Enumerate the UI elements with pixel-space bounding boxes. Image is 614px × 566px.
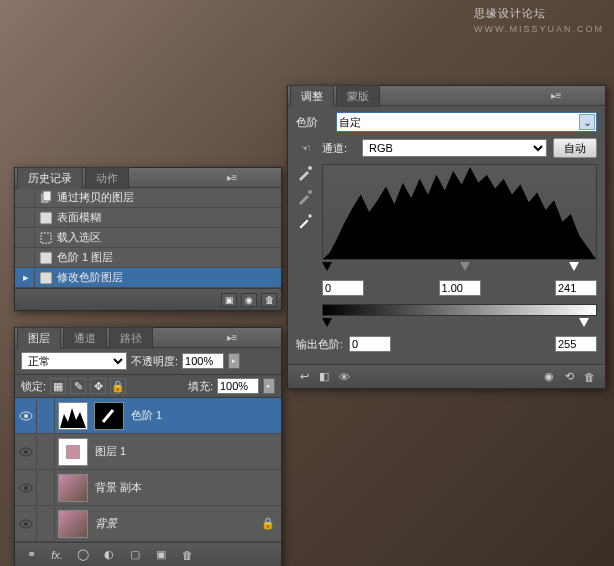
lock-pixels-icon[interactable]: ✎: [70, 378, 86, 394]
adjustment-thumb[interactable]: [58, 402, 88, 430]
opacity-input[interactable]: [182, 353, 224, 369]
mask-thumb[interactable]: [94, 402, 124, 430]
tab-actions[interactable]: 动作: [85, 167, 129, 189]
history-item[interactable]: 色阶 1 图层: [15, 248, 281, 268]
output-black-field[interactable]: [349, 336, 391, 352]
tab-adjustments[interactable]: 调整: [290, 85, 334, 107]
output-label: 输出色阶:: [296, 337, 343, 352]
trash-icon[interactable]: 🗑: [261, 293, 277, 307]
history-state-toggle[interactable]: ▸: [17, 269, 35, 287]
eyedropper-gray-icon[interactable]: [296, 188, 314, 206]
view-previous-icon[interactable]: 👁: [334, 368, 354, 386]
preset-select[interactable]: 自定 ⌄: [336, 112, 597, 132]
adjustment-layer-icon[interactable]: ◐: [99, 546, 119, 564]
return-icon[interactable]: ↩: [294, 368, 314, 386]
history-item[interactable]: 通过拷贝的图层: [15, 188, 281, 208]
layer-name[interactable]: 背景 副本: [91, 480, 281, 495]
output-black-handle[interactable]: [322, 318, 332, 327]
fx-icon[interactable]: fx.: [47, 546, 67, 564]
group-icon[interactable]: ▢: [125, 546, 145, 564]
tab-masks[interactable]: 蒙版: [336, 85, 380, 107]
reset-icon[interactable]: ⟲: [559, 368, 579, 386]
target-adjust-icon[interactable]: ☜: [296, 140, 316, 156]
history-state-toggle[interactable]: [17, 249, 35, 267]
svg-rect-3: [41, 233, 51, 243]
fill-input[interactable]: [217, 378, 259, 394]
history-item[interactable]: 载入选区: [15, 228, 281, 248]
opacity-slider-icon[interactable]: ▸: [228, 353, 240, 369]
lock-all-icon[interactable]: 🔒: [110, 378, 126, 394]
history-label: 表面模糊: [57, 210, 101, 225]
eyedropper-white-icon[interactable]: [296, 212, 314, 230]
input-gamma-field[interactable]: [439, 280, 481, 296]
output-white-handle[interactable]: [579, 318, 589, 327]
tab-channels[interactable]: 通道: [63, 327, 107, 349]
svg-point-17: [308, 214, 312, 218]
watermark: 思缘设计论坛 WWW.MISSYUAN.COM: [474, 6, 604, 35]
layer-name[interactable]: 图层 1: [91, 444, 281, 459]
history-snapshot-b-icon[interactable]: ◉: [241, 293, 257, 307]
history-state-toggle[interactable]: [17, 189, 35, 207]
levels-edit-icon: [37, 269, 55, 287]
history-list: 通过拷贝的图层 表面模糊 载入选区 色阶 1 图层 ▸ 修改色阶图层: [15, 188, 281, 288]
gamma-handle[interactable]: [460, 262, 470, 271]
tab-paths[interactable]: 路径: [109, 327, 153, 349]
lock-position-icon[interactable]: ✥: [90, 378, 106, 394]
preview-icon[interactable]: ◉: [539, 368, 559, 386]
input-white-field[interactable]: [555, 280, 597, 296]
lock-transparent-icon[interactable]: ▦: [50, 378, 66, 394]
link-cell[interactable]: [37, 507, 55, 541]
dropdown-icon[interactable]: ⌄: [579, 114, 595, 130]
history-snapshot-a-icon[interactable]: ▣: [221, 293, 237, 307]
history-item[interactable]: 表面模糊: [15, 208, 281, 228]
visibility-toggle[interactable]: [15, 435, 37, 469]
lock-row: 锁定: ▦ ✎ ✥ 🔒 填充: ▸: [15, 375, 281, 398]
layer-row[interactable]: 背景 副本: [15, 470, 281, 506]
panel-menu-icon[interactable]: ▸≡: [547, 88, 565, 102]
visibility-toggle[interactable]: [15, 507, 37, 541]
output-white-field[interactable]: [555, 336, 597, 352]
layer-name[interactable]: 色阶 1: [127, 408, 281, 423]
layer-thumb[interactable]: [58, 474, 88, 502]
svg-point-14: [24, 522, 28, 526]
layer-name[interactable]: 背景: [91, 516, 261, 531]
new-layer-icon[interactable]: ▣: [151, 546, 171, 564]
auto-button[interactable]: 自动: [553, 138, 597, 158]
layer-row[interactable]: 背景 🔒: [15, 506, 281, 542]
panel-menu-icon[interactable]: ▸≡: [223, 170, 241, 184]
output-slider[interactable]: [322, 318, 597, 330]
visibility-toggle[interactable]: [15, 399, 37, 433]
layer-thumb[interactable]: [58, 438, 88, 466]
input-slider[interactable]: [322, 262, 597, 274]
black-point-handle[interactable]: [322, 262, 332, 271]
visibility-toggle[interactable]: [15, 471, 37, 505]
watermark-title: 思缘设计论坛: [474, 7, 546, 19]
history-state-toggle[interactable]: [17, 209, 35, 227]
link-cell[interactable]: [37, 471, 55, 505]
layer-thumb[interactable]: [58, 510, 88, 538]
layer-row[interactable]: 图层 1: [15, 434, 281, 470]
tab-history[interactable]: 历史记录: [17, 167, 83, 189]
svg-rect-1: [43, 191, 51, 201]
history-item-selected[interactable]: ▸ 修改色阶图层: [15, 268, 281, 288]
watermark-url: WWW.MISSYUAN.COM: [474, 24, 604, 34]
histogram: [322, 164, 597, 260]
blend-mode-select[interactable]: 正常: [21, 352, 127, 370]
input-black-field[interactable]: [322, 280, 364, 296]
link-cell[interactable]: [37, 399, 55, 433]
output-values-row: 输出色阶:: [296, 336, 597, 352]
link-layers-icon[interactable]: ⚭: [21, 546, 41, 564]
trash-icon[interactable]: 🗑: [579, 368, 599, 386]
mask-icon[interactable]: ◯: [73, 546, 93, 564]
trash-icon[interactable]: 🗑: [177, 546, 197, 564]
fill-slider-icon[interactable]: ▸: [263, 378, 275, 394]
layer-row-selected[interactable]: 色阶 1: [15, 398, 281, 434]
tab-layers[interactable]: 图层: [17, 327, 61, 349]
history-state-toggle[interactable]: [17, 229, 35, 247]
eyedropper-black-icon[interactable]: [296, 164, 314, 182]
white-point-handle[interactable]: [569, 262, 579, 271]
channel-select[interactable]: RGB: [362, 139, 547, 157]
clip-icon[interactable]: ◧: [314, 368, 334, 386]
link-cell[interactable]: [37, 435, 55, 469]
panel-menu-icon[interactable]: ▸≡: [223, 330, 241, 344]
